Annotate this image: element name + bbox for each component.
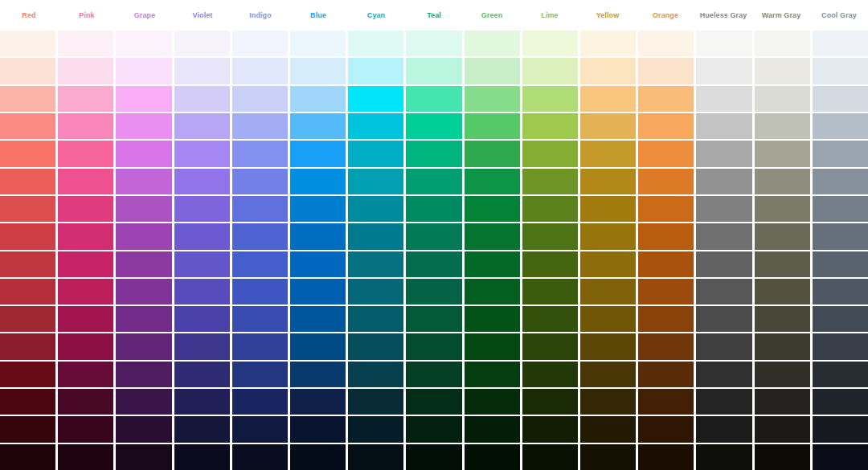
swatch-orange-2[interactable] — [638, 58, 694, 84]
swatch-violet-10[interactable] — [174, 279, 230, 304]
swatch-lime-11[interactable] — [522, 306, 578, 332]
swatch-cyan-2[interactable] — [348, 58, 403, 84]
swatch-teal-5[interactable] — [406, 141, 461, 166]
swatch-cool-gray-1[interactable] — [813, 31, 868, 56]
swatch-yellow-3[interactable] — [580, 86, 636, 112]
swatch-teal-4[interactable] — [406, 113, 461, 139]
swatch-indigo-4[interactable] — [232, 113, 288, 139]
swatch-hueless-gray-9[interactable] — [696, 251, 751, 277]
swatch-green-10[interactable] — [465, 279, 520, 304]
swatch-teal-13[interactable] — [406, 362, 461, 387]
swatch-cyan-11[interactable] — [348, 306, 403, 332]
swatch-pink-15[interactable] — [58, 416, 113, 442]
swatch-red-4[interactable] — [0, 113, 55, 139]
swatch-cool-gray-5[interactable] — [813, 141, 868, 166]
swatch-warm-gray-5[interactable] — [755, 141, 810, 166]
swatch-cyan-15[interactable] — [348, 416, 403, 442]
swatch-indigo-9[interactable] — [232, 251, 288, 277]
swatch-hueless-gray-5[interactable] — [696, 141, 751, 166]
swatch-green-15[interactable] — [465, 416, 520, 442]
swatch-orange-13[interactable] — [638, 362, 694, 387]
swatch-indigo-12[interactable] — [232, 333, 288, 359]
swatch-blue-9[interactable] — [290, 251, 346, 277]
swatch-warm-gray-12[interactable] — [755, 333, 810, 359]
swatch-cool-gray-6[interactable] — [813, 169, 868, 194]
swatch-violet-2[interactable] — [174, 58, 230, 84]
swatch-green-2[interactable] — [465, 58, 520, 84]
swatch-lime-12[interactable] — [522, 333, 578, 359]
swatch-hueless-gray-10[interactable] — [696, 279, 751, 304]
swatch-yellow-11[interactable] — [580, 306, 636, 332]
swatch-yellow-13[interactable] — [580, 362, 636, 387]
swatch-pink-16[interactable] — [58, 444, 113, 470]
swatch-violet-13[interactable] — [174, 362, 230, 387]
swatch-yellow-4[interactable] — [580, 113, 636, 139]
swatch-yellow-8[interactable] — [580, 223, 636, 249]
swatch-blue-5[interactable] — [290, 141, 346, 166]
swatch-indigo-13[interactable] — [232, 362, 288, 387]
swatch-pink-1[interactable] — [58, 31, 113, 56]
swatch-warm-gray-3[interactable] — [755, 86, 810, 112]
swatch-violet-15[interactable] — [174, 416, 230, 442]
swatch-teal-7[interactable] — [406, 196, 461, 222]
swatch-cyan-9[interactable] — [348, 251, 403, 277]
swatch-hueless-gray-2[interactable] — [696, 58, 751, 84]
swatch-red-3[interactable] — [0, 86, 55, 112]
swatch-hueless-gray-13[interactable] — [696, 362, 751, 387]
swatch-grape-12[interactable] — [116, 333, 171, 359]
swatch-blue-10[interactable] — [290, 279, 346, 304]
swatch-orange-14[interactable] — [638, 389, 694, 415]
swatch-red-6[interactable] — [0, 169, 55, 194]
swatch-lime-8[interactable] — [522, 223, 578, 249]
swatch-hueless-gray-6[interactable] — [696, 169, 751, 194]
swatch-cyan-3[interactable] — [348, 86, 403, 112]
swatch-grape-9[interactable] — [116, 251, 171, 277]
swatch-orange-3[interactable] — [638, 86, 694, 112]
swatch-hueless-gray-16[interactable] — [696, 444, 751, 470]
swatch-violet-14[interactable] — [174, 389, 230, 415]
swatch-grape-11[interactable] — [116, 306, 171, 332]
swatch-cool-gray-14[interactable] — [813, 389, 868, 415]
swatch-blue-8[interactable] — [290, 223, 346, 249]
swatch-hueless-gray-11[interactable] — [696, 306, 751, 332]
swatch-cool-gray-8[interactable] — [813, 223, 868, 249]
swatch-hueless-gray-12[interactable] — [696, 333, 751, 359]
swatch-lime-2[interactable] — [522, 58, 578, 84]
swatch-violet-1[interactable] — [174, 31, 230, 56]
swatch-teal-3[interactable] — [406, 86, 461, 112]
swatch-violet-3[interactable] — [174, 86, 230, 112]
swatch-blue-4[interactable] — [290, 113, 346, 139]
swatch-green-14[interactable] — [465, 389, 520, 415]
swatch-lime-3[interactable] — [522, 86, 578, 112]
swatch-cyan-6[interactable] — [348, 169, 403, 194]
swatch-yellow-5[interactable] — [580, 141, 636, 166]
swatch-cyan-12[interactable] — [348, 333, 403, 359]
swatch-yellow-16[interactable] — [580, 444, 636, 470]
swatch-cyan-16[interactable] — [348, 444, 403, 470]
swatch-grape-13[interactable] — [116, 362, 171, 387]
swatch-lime-5[interactable] — [522, 141, 578, 166]
swatch-hueless-gray-3[interactable] — [696, 86, 751, 112]
swatch-blue-7[interactable] — [290, 196, 346, 222]
swatch-hueless-gray-15[interactable] — [696, 416, 751, 442]
swatch-indigo-10[interactable] — [232, 279, 288, 304]
swatch-cool-gray-3[interactable] — [813, 86, 868, 112]
swatch-violet-16[interactable] — [174, 444, 230, 470]
swatch-orange-9[interactable] — [638, 251, 694, 277]
swatch-orange-7[interactable] — [638, 196, 694, 222]
swatch-yellow-9[interactable] — [580, 251, 636, 277]
swatch-hueless-gray-14[interactable] — [696, 389, 751, 415]
swatch-green-1[interactable] — [465, 31, 520, 56]
swatch-grape-1[interactable] — [116, 31, 171, 56]
swatch-teal-15[interactable] — [406, 416, 461, 442]
swatch-red-8[interactable] — [0, 223, 55, 249]
swatch-grape-5[interactable] — [116, 141, 171, 166]
swatch-warm-gray-11[interactable] — [755, 306, 810, 332]
swatch-pink-8[interactable] — [58, 223, 113, 249]
swatch-pink-2[interactable] — [58, 58, 113, 84]
swatch-cool-gray-9[interactable] — [813, 251, 868, 277]
swatch-red-13[interactable] — [0, 362, 55, 387]
swatch-violet-9[interactable] — [174, 251, 230, 277]
swatch-grape-6[interactable] — [116, 169, 171, 194]
swatch-indigo-14[interactable] — [232, 389, 288, 415]
